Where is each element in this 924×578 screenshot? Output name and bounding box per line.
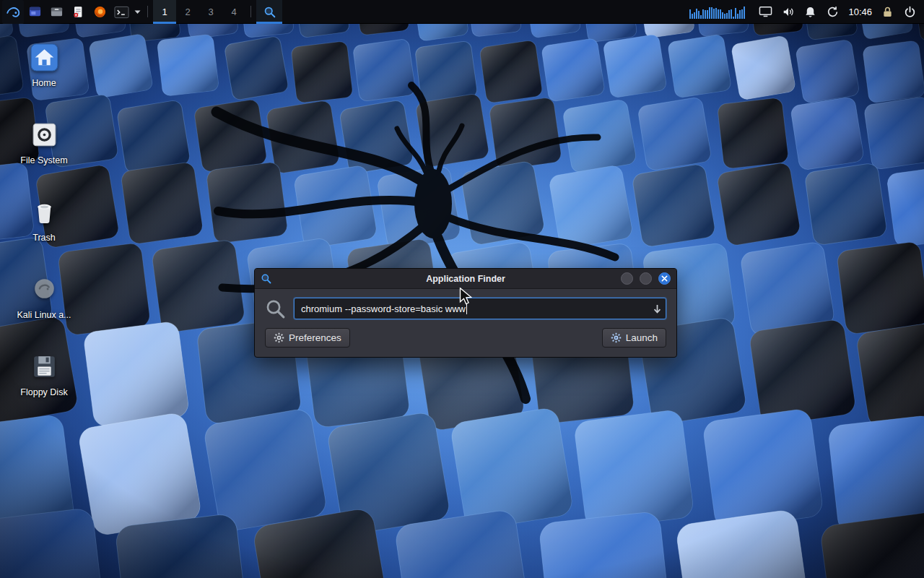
terminal-icon: [114, 6, 129, 19]
logout-tray-button[interactable]: [903, 5, 917, 19]
desktop-icon-home[interactable]: Home: [10, 36, 78, 105]
home-icon: [28, 41, 61, 74]
button-row: Preferences Launch: [265, 328, 666, 348]
close-button[interactable]: [658, 272, 671, 285]
file-system-icon: [28, 118, 61, 151]
launch-icon: [611, 332, 622, 343]
workspace-button-1[interactable]: 1: [153, 0, 176, 24]
desktop-icon-label: Floppy Disk: [20, 388, 67, 398]
minimize-button[interactable]: [621, 272, 633, 285]
volume-tray-button[interactable]: [781, 5, 795, 19]
clock[interactable]: 10:46: [848, 7, 872, 17]
gear-icon: [274, 332, 284, 343]
top-panel: 1 2 3 4: [0, 0, 924, 24]
search-row: chromium --password-store=basic www: [265, 298, 666, 319]
kali-menu-button[interactable]: [2, 0, 24, 24]
desktop-icon-label: File System: [20, 156, 67, 166]
application-finder-icon: [263, 6, 276, 18]
floppy-disk-icon: [28, 350, 61, 383]
text-caret: [466, 303, 467, 314]
display-icon: [759, 6, 772, 17]
workspace-button-3[interactable]: 3: [199, 0, 222, 24]
updates-tray-button[interactable]: [826, 5, 840, 19]
launch-button[interactable]: Launch: [602, 328, 666, 348]
search-input[interactable]: chromium --password-store=basic www: [294, 298, 666, 319]
firefox-icon: [93, 5, 107, 19]
desktop-icon-label: Trash: [32, 233, 56, 243]
desktop-icon-column: Home File System Trash Kali L: [10, 36, 78, 414]
desktop-icon-kali-linux[interactable]: Kali Linux a...: [10, 268, 78, 337]
panel-left: 1 2 3 4: [2, 0, 282, 23]
search-input-value: chromium --password-store=basic www: [301, 303, 466, 314]
text-editor-icon: [71, 5, 84, 19]
taskbar-application-finder[interactable]: [256, 0, 282, 24]
trash-icon: [28, 196, 61, 228]
preferences-label: Preferences: [289, 332, 341, 343]
launcher-text-editor[interactable]: [67, 0, 89, 24]
notifications-tray-button[interactable]: [803, 5, 817, 19]
launcher-file-manager[interactable]: [45, 0, 67, 24]
window-title: Application Finder: [255, 274, 676, 284]
close-icon: [661, 275, 668, 282]
power-icon: [904, 6, 916, 18]
desktop-icon-floppy-disk[interactable]: Floppy Disk: [10, 345, 78, 414]
window-icon: [28, 5, 42, 19]
bell-icon: [804, 6, 816, 18]
panel-separator: [147, 6, 148, 17]
display-tray-button[interactable]: [759, 5, 772, 19]
application-finder-window: Application Finder chromium --password-: [254, 268, 677, 358]
launcher-window[interactable]: [24, 0, 45, 24]
lock-tray-button[interactable]: [881, 5, 894, 19]
desktop-icon-file-system[interactable]: File System: [10, 113, 78, 182]
workspace-button-4[interactable]: 4: [222, 0, 245, 24]
history-dropdown-button[interactable]: [653, 298, 661, 319]
kali-logo-icon: [5, 4, 21, 20]
terminal-dropdown-arrow[interactable]: [132, 0, 142, 24]
panel-separator: [250, 6, 251, 17]
desktop: 1 2 3 4: [0, 0, 924, 578]
appfinder-body: chromium --password-store=basic www: [255, 289, 676, 357]
desktop-icon-label: Kali Linux a...: [17, 311, 71, 321]
preferences-button[interactable]: Preferences: [265, 328, 350, 348]
desktop-icon-trash[interactable]: Trash: [10, 191, 78, 259]
update-circle-icon: [827, 6, 839, 18]
desktop-icon-label: Home: [32, 79, 56, 89]
appfinder-window-icon: [261, 273, 271, 284]
kali-docs-icon: [28, 273, 61, 306]
window-controls: [621, 272, 671, 285]
file-manager-icon: [50, 5, 64, 19]
launcher-terminal[interactable]: [110, 0, 132, 24]
arrow-down-icon: [653, 304, 661, 314]
audio-spectrum-widget[interactable]: [689, 5, 750, 19]
workspace-button-2[interactable]: 2: [176, 0, 199, 24]
maximize-button[interactable]: [640, 272, 652, 285]
launch-label: Launch: [626, 332, 658, 343]
launcher-firefox[interactable]: [89, 0, 110, 24]
search-icon: [265, 298, 286, 319]
titlebar[interactable]: Application Finder: [255, 269, 676, 289]
volume-icon: [782, 6, 795, 18]
system-tray: 10:46: [689, 0, 920, 23]
lock-icon: [882, 6, 893, 18]
chevron-down-icon: [134, 10, 141, 14]
